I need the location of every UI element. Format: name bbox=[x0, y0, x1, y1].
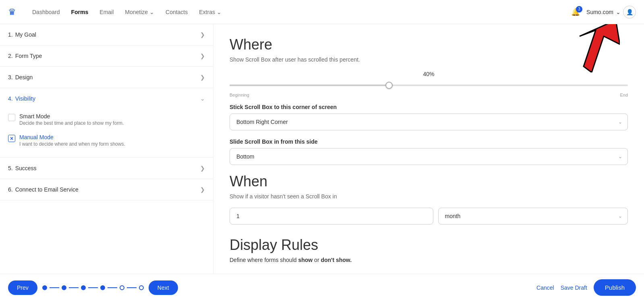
manual-mode-option[interactable]: Manual Mode I want to decide where and w… bbox=[8, 130, 205, 151]
cancel-button[interactable]: Cancel bbox=[536, 285, 554, 291]
logo-icon[interactable]: ♛ bbox=[8, 7, 16, 17]
sidebar-label-email-num: 6. bbox=[8, 186, 13, 193]
nav-extras[interactable]: Extras ⌄ bbox=[199, 9, 222, 15]
notification-bell[interactable]: 🔔 3 bbox=[571, 8, 580, 16]
when-subtitle: Show if a visitor hasn't seen a Scroll B… bbox=[230, 193, 628, 200]
progress-line-4 bbox=[108, 287, 117, 288]
nav-email[interactable]: Email bbox=[99, 9, 114, 15]
notification-badge: 3 bbox=[576, 6, 582, 12]
progress-line-3 bbox=[88, 287, 98, 288]
sidebar-label-my-goal: 1. bbox=[8, 31, 13, 38]
manual-mode-label: Manual Mode bbox=[19, 134, 125, 140]
sidebar-item-my-goal[interactable]: 1. My Goal ❯ bbox=[0, 24, 213, 45]
stick-corner-select-wrapper: Bottom Right Corner Bottom Left Corner T… bbox=[230, 113, 628, 130]
smart-mode-desc: Decide the best time and place to show m… bbox=[19, 120, 124, 126]
sidebar-label-visibility-text: Visibility bbox=[15, 95, 35, 102]
progress-line-1 bbox=[50, 287, 59, 288]
nav-contacts[interactable]: Contacts bbox=[166, 9, 188, 15]
top-navigation: ♛ Dashboard Forms Email Monetize ⌄ Conta… bbox=[0, 0, 644, 24]
slider-percent-value: 40% bbox=[230, 71, 628, 77]
sidebar-label-design-num: 3. bbox=[8, 74, 13, 80]
when-title: When bbox=[230, 173, 628, 190]
when-number-input[interactable] bbox=[230, 208, 433, 225]
nav-forms[interactable]: Forms bbox=[71, 9, 89, 15]
next-button[interactable]: Next bbox=[149, 280, 178, 295]
slide-side-group: Slide Scroll Box in from this side Botto… bbox=[230, 138, 628, 165]
sidebar-item-email-service[interactable]: 6. Connect to Email Service ❯ bbox=[0, 179, 213, 200]
chevron-right-icon-6: ❯ bbox=[200, 186, 205, 193]
progress-dot-5 bbox=[120, 285, 124, 290]
slider-label-start: Beginning bbox=[230, 93, 249, 97]
slide-side-label: Slide Scroll Box in from this side bbox=[230, 138, 628, 145]
account-label: Sumo.com bbox=[586, 9, 613, 15]
stick-corner-select[interactable]: Bottom Right Corner Bottom Left Corner T… bbox=[230, 113, 628, 130]
slide-side-select-wrapper: Bottom Left Right Top ⌄ bbox=[230, 148, 628, 165]
bottom-right: Cancel Save Draft Publish bbox=[536, 279, 636, 296]
progress-line-5 bbox=[127, 287, 137, 288]
sidebar-label-success-text: Success bbox=[15, 165, 37, 171]
sidebar-item-visibility: 4. Visibility ⌄ Smart Mode Decide the be… bbox=[0, 88, 213, 158]
when-row: month day week year ⌄ bbox=[230, 208, 628, 225]
where-subtitle: Show Scroll Box after user has scrolled … bbox=[230, 56, 628, 63]
chevron-right-icon: ❯ bbox=[200, 31, 205, 38]
sidebar-label-success-num: 5. bbox=[8, 165, 13, 171]
sidebar-item-success[interactable]: 5. Success ❯ bbox=[0, 158, 213, 179]
chevron-right-icon-5: ❯ bbox=[200, 165, 205, 171]
main-layout: 1. My Goal ❯ 2. Form Type ❯ 3. Design ❯ bbox=[0, 24, 644, 274]
display-rules-subtitle: Define where forms should show or don't … bbox=[230, 257, 628, 263]
publish-button[interactable]: Publish bbox=[594, 279, 636, 296]
prev-button[interactable]: Prev bbox=[8, 280, 37, 295]
sidebar-label-form-type-text: Form Type bbox=[15, 53, 42, 59]
nav-links: Dashboard Forms Email Monetize ⌄ Contact… bbox=[32, 9, 571, 15]
display-rules-title: Display Rules bbox=[230, 237, 628, 254]
progress-dot-4 bbox=[100, 285, 105, 290]
sidebar-item-form-type[interactable]: 2. Form Type ❯ bbox=[0, 45, 213, 67]
when-unit-select[interactable]: month day week year bbox=[438, 208, 628, 225]
sidebar-label-email-text: Connect to Email Service bbox=[15, 186, 79, 193]
progress-indicator bbox=[42, 285, 144, 290]
visibility-expanded: Smart Mode Decide the best time and plac… bbox=[0, 109, 213, 157]
progress-dot-6 bbox=[139, 285, 144, 290]
sidebar-label-form-type-num: 2. bbox=[8, 53, 13, 59]
progress-dot-2 bbox=[62, 285, 66, 290]
when-unit-select-wrapper: month day week year ⌄ bbox=[438, 208, 628, 225]
smart-mode-option[interactable]: Smart Mode Decide the best time and plac… bbox=[8, 109, 205, 130]
sidebar-label-design-text: Design bbox=[15, 74, 33, 80]
slider-labels: Beginning End bbox=[230, 93, 628, 97]
sidebar-label-my-goal-text: My Goal bbox=[15, 31, 36, 38]
nav-right: 🔔 3 Sumo.com ⌄ 👤 bbox=[571, 6, 636, 19]
nav-monetize[interactable]: Monetize ⌄ bbox=[125, 9, 154, 15]
sidebar-label-visibility-num: 4. bbox=[8, 95, 13, 102]
smart-mode-label: Smart Mode bbox=[19, 113, 124, 120]
sidebar: 1. My Goal ❯ 2. Form Type ❯ 3. Design ❯ bbox=[0, 24, 213, 274]
manual-mode-desc: I want to decide where and when my form … bbox=[19, 141, 125, 147]
chevron-down-icon: ⌄ bbox=[200, 95, 205, 102]
display-rules-show: show bbox=[298, 257, 313, 263]
bottom-left: Prev Next bbox=[8, 280, 178, 295]
progress-line-2 bbox=[69, 287, 79, 288]
where-title: Where bbox=[230, 36, 628, 53]
progress-dot-1 bbox=[42, 285, 47, 290]
sidebar-item-design[interactable]: 3. Design ❯ bbox=[0, 67, 213, 88]
nav-dashboard[interactable]: Dashboard bbox=[32, 9, 60, 15]
avatar: 👤 bbox=[623, 6, 636, 19]
manual-mode-checkbox[interactable] bbox=[8, 135, 15, 142]
slide-side-select[interactable]: Bottom Left Right Top bbox=[230, 148, 628, 165]
chevron-right-icon-3: ❯ bbox=[200, 74, 205, 80]
main-content: Where Show Scroll Box after user has scr… bbox=[213, 24, 644, 274]
display-rules-dont: don't show. bbox=[321, 257, 352, 263]
progress-dot-3 bbox=[81, 285, 86, 290]
save-draft-button[interactable]: Save Draft bbox=[561, 285, 587, 291]
smart-mode-checkbox[interactable] bbox=[8, 114, 15, 121]
bottom-bar: Prev Next Cancel Save Draft Publish bbox=[0, 274, 644, 301]
chevron-right-icon-2: ❯ bbox=[200, 53, 205, 59]
stick-corner-label: Stick Scroll Box to this corner of scree… bbox=[230, 104, 628, 110]
account-button[interactable]: Sumo.com ⌄ 👤 bbox=[586, 6, 636, 19]
account-chevron-icon: ⌄ bbox=[616, 9, 621, 15]
stick-corner-group: Stick Scroll Box to this corner of scree… bbox=[230, 104, 628, 130]
slider-label-end: End bbox=[620, 93, 628, 97]
scroll-percent-slider: 40% Beginning End bbox=[230, 71, 628, 97]
